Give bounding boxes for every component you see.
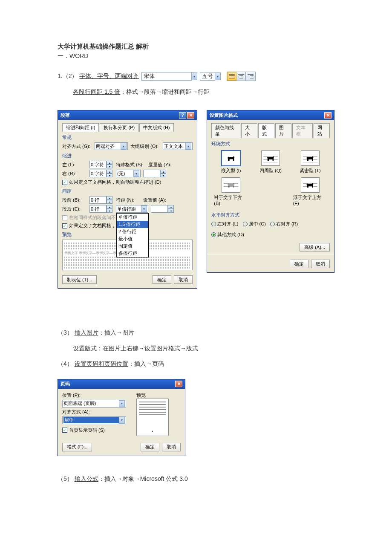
item5-rest: ：插入→对象→Microsoft 公式 3.0 xyxy=(98,475,188,482)
tab-asian-typography[interactable]: 中文版式 (H) xyxy=(139,123,173,132)
group-horizontal-align: 水平对齐方式 xyxy=(211,212,330,218)
chevron-down-icon: ▾ xyxy=(185,143,191,150)
item4-num: （4） xyxy=(58,360,73,367)
position-select[interactable]: 页面底端 (页脚)▾ xyxy=(62,400,126,408)
dialog-title: 段落 xyxy=(61,112,70,119)
ok-button[interactable]: 确定 xyxy=(290,260,308,268)
dialog-titlebar: 设置图片格式 ✕ xyxy=(207,110,334,120)
page-number-dialog: 页码 ✕ 位置 (P): 页面底端 (页脚)▾ 对齐方式 (A): 居中▾ ✓首… xyxy=(58,379,185,456)
special-format-select[interactable]: (无)▾ xyxy=(116,170,141,177)
wrap-inline[interactable]: 嵌入型 (I) xyxy=(214,150,248,174)
setvalue-label: 设置值 (A): xyxy=(143,197,168,203)
item4-underline: 设置页码和页码位置 xyxy=(75,360,128,367)
chevron-down-icon[interactable]: ▾ xyxy=(191,72,197,80)
item3-num: （3） xyxy=(58,329,73,336)
tab-color-lines[interactable]: 颜色与线条 xyxy=(211,123,240,138)
align-center-button[interactable] xyxy=(236,72,246,81)
outline-select[interactable]: 正文文本▾ xyxy=(163,142,193,150)
group-general: 常规 xyxy=(62,134,193,141)
ok-button[interactable]: 确定 xyxy=(153,275,171,284)
checkbox-first-page-number[interactable]: ✓首页显示页码 (S) xyxy=(62,427,130,434)
wrap-in-front-text[interactable]: 浮于文字上方 (F) xyxy=(293,177,327,206)
indent-right-label: 右 (R): xyxy=(62,171,87,177)
tab-line-page-breaks[interactable]: 换行和分页 (P) xyxy=(100,123,138,132)
radio-align-center[interactable]: 居中 (C) xyxy=(243,221,266,227)
linespacing-select[interactable]: 单倍行距▾ 单倍行距 1.5 倍行距 2 倍行距 最小值 固定值 多倍行距 xyxy=(116,205,148,213)
align-justify-button[interactable] xyxy=(227,72,236,81)
indent-left-spinner[interactable]: ▴▾ xyxy=(89,161,113,168)
cancel-button[interactable]: 取消 xyxy=(311,260,330,268)
doc-title: 大学计算机基础操作题汇总 解析 xyxy=(58,43,334,51)
item-4: （4） 设置页码和页码位置：插入→页码 xyxy=(58,358,334,370)
space-after-spinner[interactable]: ▴▾ xyxy=(89,205,113,213)
group-indent: 缩进 xyxy=(62,153,193,159)
list-item[interactable]: 单倍行距 xyxy=(117,214,148,221)
item-3: （3） 插入图片：插入→图片 xyxy=(58,327,334,338)
align-right-button[interactable] xyxy=(246,72,255,81)
align-select[interactable]: 居中▾ xyxy=(62,416,126,424)
list-item[interactable]: 多倍行距 xyxy=(117,250,148,257)
close-icon[interactable]: ✕ xyxy=(324,112,331,119)
cancel-button[interactable]: 取消 xyxy=(174,275,193,284)
advanced-button[interactable]: 高级 (A)... xyxy=(300,243,330,251)
radio-align-left[interactable]: 左对齐 (L) xyxy=(211,221,239,227)
item5-underline: 输入公式 xyxy=(75,475,98,482)
linespacing-label: 行距 (N): xyxy=(116,197,141,203)
format-button[interactable]: 格式 (F)... xyxy=(62,443,92,451)
align-label: 对齐方式 (A): xyxy=(62,409,130,415)
setvalue-spinner[interactable]: ▴▾ xyxy=(151,205,175,213)
dialog-title: 页码 xyxy=(61,381,70,387)
tabs-button[interactable]: 制表位 (T)... xyxy=(62,275,97,284)
list-item[interactable]: 最小值 xyxy=(117,235,148,243)
word-toolbar: 宋体 ▾ 五号 ▾ xyxy=(141,72,256,81)
dialog-tabs: 颜色与线条 大小 版式 图片 文本框 网站 xyxy=(211,123,330,138)
indent-right-spinner[interactable]: ▴▾ xyxy=(89,170,113,177)
item1-prefix: 1.（2） xyxy=(58,72,78,79)
list-item[interactable]: 2 倍行距 xyxy=(117,228,148,235)
chevron-down-icon[interactable]: ▾ xyxy=(215,72,221,80)
radio-align-other[interactable]: 其他方式 (O) xyxy=(211,231,244,238)
item3-rest: ：插入→图片 xyxy=(98,329,134,336)
font-name-dropdown[interactable]: 宋体 xyxy=(141,72,192,81)
linespacing-dropdown-list[interactable]: 单倍行距 1.5 倍行距 2 倍行距 最小值 固定值 多倍行距 xyxy=(116,213,149,257)
close-icon[interactable]: ✕ xyxy=(187,112,194,119)
radio-align-right[interactable]: 右对齐 (R) xyxy=(270,221,298,227)
font-size-dropdown[interactable]: 五号 xyxy=(200,72,215,81)
position-label: 位置 (P): xyxy=(62,392,130,399)
group-wrapping: 环绕方式 xyxy=(211,141,330,147)
tab-size[interactable]: 大小 xyxy=(241,123,257,138)
picture-format-dialog: 设置图片格式 ✕ 颜色与线条 大小 版式 图片 文本框 网站 环绕方式 嵌入型 … xyxy=(207,110,334,273)
group-spacing: 间距 xyxy=(62,188,193,194)
tab-layout[interactable]: 版式 xyxy=(258,123,274,138)
wrap-tight[interactable]: 紧密型 (T) xyxy=(293,150,327,174)
tab-web[interactable]: 网站 xyxy=(314,123,330,138)
help-icon[interactable]: ? xyxy=(179,112,186,119)
special-format-label: 特殊格式 (S): xyxy=(116,162,146,168)
tab-picture[interactable]: 图片 xyxy=(275,123,291,138)
paragraph-dialog: 段落 ? ✕ 缩进和间距 (I) 换行和分页 (P) 中文版式 (H) 常规 对… xyxy=(58,110,197,289)
item3b-rest: ：在图片上右键→设置图片格式→版式 xyxy=(97,345,198,352)
chevron-down-icon: ▾ xyxy=(133,170,139,177)
dialog-titlebar: 段落 ? ✕ xyxy=(58,110,197,120)
item-3b: 设置版式：在图片上右键→设置图片格式→版式 xyxy=(73,343,334,354)
ok-button[interactable]: 确定 xyxy=(141,443,159,451)
chevron-down-icon: ▾ xyxy=(119,400,125,407)
item4-rest: ：插入→页码 xyxy=(128,360,164,367)
by-value-spinner[interactable]: ▴▾ xyxy=(143,170,167,177)
close-icon[interactable]: ✕ xyxy=(175,381,182,387)
item-5: （5） 输入公式：插入→对象→Microsoft 公式 3.0 xyxy=(58,473,334,485)
wrap-behind-text[interactable]: 衬于文字下方 (B) xyxy=(214,177,248,206)
space-before-spinner[interactable]: ▴▾ xyxy=(89,196,113,204)
alignment-select[interactable]: 两端对齐▾ xyxy=(95,142,128,150)
cancel-button[interactable]: 取消 xyxy=(162,443,181,451)
alignment-label: 对齐方式 (G): xyxy=(62,143,92,150)
alignment-buttons xyxy=(227,72,256,81)
item1-underline: 字体、字号、两端对齐 xyxy=(79,72,139,79)
tab-indent-spacing[interactable]: 缩进和间距 (I) xyxy=(62,123,99,132)
list-item[interactable]: 固定值 xyxy=(117,243,148,250)
wrap-square[interactable]: 四周型 (Q) xyxy=(254,150,288,174)
outline-label: 大纲级别 (O): xyxy=(130,143,160,150)
list-item[interactable]: 1.5 倍行距 xyxy=(117,221,148,228)
preview-label: 预览 xyxy=(136,392,181,399)
checkbox-grid-indent[interactable]: ✓如果定义了文档网格，则自动调整右缩进 (D) xyxy=(62,179,193,185)
